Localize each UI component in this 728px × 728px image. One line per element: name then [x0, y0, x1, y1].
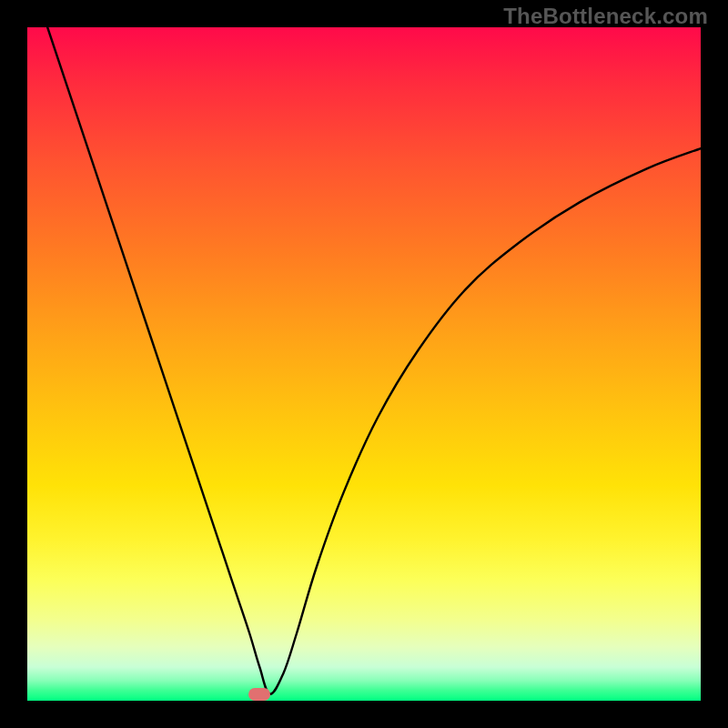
bottleneck-curve [47, 27, 701, 694]
minimum-marker [248, 688, 270, 701]
chart-container: TheBottleneck.com [0, 0, 728, 728]
watermark-text: TheBottleneck.com [503, 4, 708, 29]
curve-svg [27, 27, 701, 701]
plot-area [27, 27, 701, 701]
